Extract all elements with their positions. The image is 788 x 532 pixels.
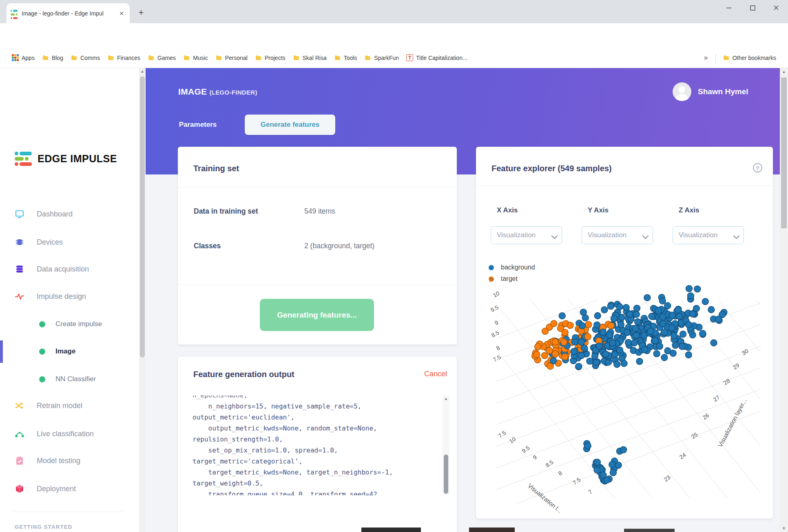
axis-select-x[interactable]: Visualization xyxy=(491,226,562,244)
data-point-target[interactable] xyxy=(562,353,568,360)
scroll-up-arrow[interactable]: ▲ xyxy=(780,69,788,75)
sidebar-item-live-classification[interactable]: Live classification xyxy=(0,424,139,444)
scrollbar-thumb[interactable] xyxy=(140,76,145,358)
data-point-background[interactable] xyxy=(607,303,614,309)
data-point-background[interactable] xyxy=(614,361,620,368)
data-point-background[interactable] xyxy=(618,322,624,328)
data-point-background[interactable] xyxy=(653,351,660,357)
other-bookmarks[interactable]: Other bookmarks xyxy=(719,52,780,63)
cancel-button[interactable]: Cancel xyxy=(424,370,447,378)
data-point-background[interactable] xyxy=(690,311,696,317)
data-point-target[interactable] xyxy=(552,351,559,357)
data-point-background[interactable] xyxy=(587,358,593,364)
data-point-background[interactable] xyxy=(621,360,627,366)
data-point-background[interactable] xyxy=(708,307,715,313)
data-point-background[interactable] xyxy=(578,352,584,359)
data-point-background[interactable] xyxy=(649,313,655,320)
window-close-button[interactable] xyxy=(764,0,788,15)
data-point-target[interactable] xyxy=(551,320,557,327)
page-scrollbar[interactable]: ▲ ▼ xyxy=(780,68,788,532)
data-point-background[interactable] xyxy=(581,345,587,351)
data-point-background[interactable] xyxy=(582,315,589,321)
data-point-background[interactable] xyxy=(660,320,666,327)
data-point-background[interactable] xyxy=(625,339,632,346)
data-point-background[interactable] xyxy=(634,305,640,311)
data-point-background[interactable] xyxy=(576,363,582,370)
data-point-background[interactable] xyxy=(559,313,565,319)
data-point-background[interactable] xyxy=(711,340,717,346)
sidebar-item-data-acquisition[interactable]: Data acquisition xyxy=(0,259,139,279)
data-point-target[interactable] xyxy=(541,352,548,359)
data-point-background[interactable] xyxy=(611,315,617,322)
data-point-background[interactable] xyxy=(550,358,557,364)
bookmark-item[interactable]: Personal xyxy=(212,52,251,63)
generating-features-button[interactable]: Generating features... xyxy=(260,299,374,331)
window-minimize-button[interactable] xyxy=(717,0,741,15)
data-point-background[interactable] xyxy=(579,322,586,329)
sidebar-item-deployment[interactable]: Deployment xyxy=(0,479,139,499)
data-point-target[interactable] xyxy=(584,333,591,340)
data-point-background[interactable] xyxy=(672,342,679,349)
data-point-background[interactable] xyxy=(606,332,613,338)
data-point-background[interactable] xyxy=(636,358,643,364)
data-point-background[interactable] xyxy=(571,339,578,345)
data-point-background[interactable] xyxy=(615,462,622,468)
data-point-background[interactable] xyxy=(592,353,598,360)
data-point-background[interactable] xyxy=(594,467,600,473)
data-point-background[interactable] xyxy=(633,311,640,318)
data-point-background[interactable] xyxy=(609,340,616,346)
data-point-background[interactable] xyxy=(715,316,722,322)
bookmark-item[interactable]: SparkFun xyxy=(361,52,403,63)
sidebar-item-impulse-design[interactable]: Impulse design xyxy=(0,287,139,306)
bookmark-item[interactable]: Blog xyxy=(38,52,67,63)
edge-impulse-logo[interactable]: EDGE IMPULSE xyxy=(15,152,117,166)
console-scrollbar[interactable]: ▲ xyxy=(443,395,449,495)
data-point-target[interactable] xyxy=(533,351,540,358)
sidebar-item-dashboard[interactable]: Dashboard xyxy=(0,204,139,224)
bookmark-item[interactable]: Comms xyxy=(67,52,104,63)
data-point-background[interactable] xyxy=(631,340,637,346)
data-point-background[interactable] xyxy=(635,318,641,325)
data-point-background[interactable] xyxy=(593,359,600,366)
sidebar-item-model-testing[interactable]: Model testing xyxy=(0,451,139,470)
data-point-background[interactable] xyxy=(600,329,606,336)
data-point-background[interactable] xyxy=(610,469,616,476)
window-maximize-button[interactable] xyxy=(741,0,764,15)
bookmark-item[interactable]: Tools xyxy=(330,52,361,63)
data-point-background[interactable] xyxy=(620,446,627,453)
data-point-background[interactable] xyxy=(686,285,693,292)
data-point-target[interactable] xyxy=(557,325,564,332)
axis-select-y[interactable]: Visualization xyxy=(582,226,653,244)
data-point-target[interactable] xyxy=(608,322,614,329)
data-point-background[interactable] xyxy=(669,312,675,318)
sidebar-item-devices[interactable]: Devices xyxy=(0,232,139,252)
data-point-background[interactable] xyxy=(616,304,623,310)
bookmark-item[interactable]: TTitle Capitalization... xyxy=(403,52,471,63)
legend-item-background[interactable]: background xyxy=(489,264,535,271)
scroll-up-arrow[interactable]: ▲ xyxy=(139,68,146,75)
data-point-background[interactable] xyxy=(671,332,677,339)
tab-generate-features[interactable]: Generate features xyxy=(245,115,335,135)
data-point-background[interactable] xyxy=(693,305,699,312)
scroll-down-arrow[interactable]: ▼ xyxy=(780,525,788,531)
data-point-background[interactable] xyxy=(685,321,692,328)
data-point-background[interactable] xyxy=(571,348,577,355)
data-point-background[interactable] xyxy=(702,298,708,305)
data-point-background[interactable] xyxy=(578,339,584,345)
data-point-background[interactable] xyxy=(661,329,668,336)
user-menu[interactable]: Shawn Hymel xyxy=(673,82,748,101)
help-icon[interactable]: ? xyxy=(753,163,762,172)
data-point-target[interactable] xyxy=(535,343,541,350)
bookmark-item[interactable]: Music xyxy=(179,52,212,63)
data-point-background[interactable] xyxy=(596,343,602,349)
console-output[interactable]: n_epochs=None, n_neighbors=15, negative_… xyxy=(193,395,443,495)
data-point-background[interactable] xyxy=(652,337,659,344)
scroll-up-arrow[interactable]: ▲ xyxy=(443,395,449,402)
data-point-background[interactable] xyxy=(659,298,666,304)
data-point-target[interactable] xyxy=(561,339,567,345)
sidebar-scrollbar[interactable]: ▲ xyxy=(139,68,146,532)
data-point-background[interactable] xyxy=(685,352,692,358)
data-point-background[interactable] xyxy=(600,472,606,478)
data-point-background[interactable] xyxy=(602,351,609,358)
bookmark-item[interactable]: Projects xyxy=(251,52,289,63)
